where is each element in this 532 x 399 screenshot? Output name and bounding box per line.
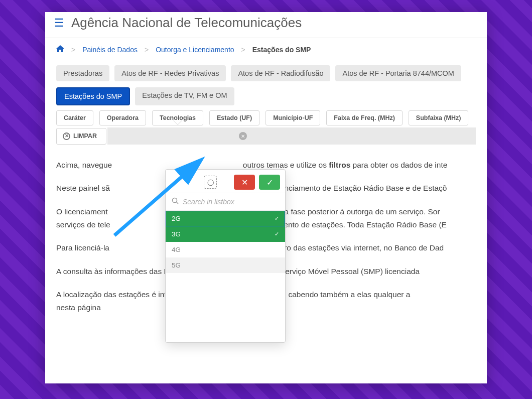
svg-point-0 — [173, 198, 177, 203]
close-circle-icon: ✕ — [63, 132, 70, 140]
search-icon — [172, 197, 179, 206]
chip-redes-privativas[interactable]: Atos de RF - Redes Privativas — [114, 65, 226, 81]
filter-carater[interactable]: Caráter — [56, 110, 93, 125]
filter-operadora[interactable]: Operadora — [99, 110, 146, 125]
page-header: ☰ Agência Nacional de Telecomunicações — [45, 12, 487, 38]
chip-portaria[interactable]: Atos de RF - Portaria 8744/MCOM — [335, 65, 461, 81]
search-input[interactable] — [183, 198, 279, 206]
check-icon: ✓ — [275, 215, 279, 222]
browser-content-frame: ☰ Agência Nacional de Telecomunicações >… — [45, 12, 487, 383]
cancel-button[interactable]: ✕ — [234, 175, 255, 190]
page-title: Agência Nacional de Telecomunicações — [71, 15, 302, 31]
breadcrumb-link[interactable]: Painéis de Dados — [82, 46, 138, 54]
filter-subfaixa[interactable]: Subfaixa (MHz) — [409, 110, 469, 125]
action-bar: ✕ LIMPAR ✕ — [45, 125, 487, 145]
chip-estacoes-smp[interactable]: Estações do SMP — [56, 87, 130, 105]
home-icon[interactable] — [56, 45, 64, 54]
chip-radiodifusao[interactable]: Atos de RF - Radiodifusão — [231, 65, 330, 81]
breadcrumb-sep: > — [145, 46, 149, 54]
breadcrumb: > Painéis de Dados > Outorga e Licenciam… — [45, 38, 487, 61]
chip-estacoes-tv[interactable]: Estações de TV, FM e OM — [135, 87, 234, 105]
dropdown-item-3g[interactable]: 3G ✓ — [166, 226, 285, 242]
svg-line-1 — [177, 202, 179, 204]
filter-municipio[interactable]: Município-UF — [265, 110, 320, 125]
apply-button[interactable]: ✓ — [259, 175, 280, 190]
dropdown-toolbar: ◯ ✕ ✓ — [166, 170, 285, 193]
clear-applied-icon[interactable]: ✕ — [239, 132, 247, 140]
filter-tecnologias[interactable]: Tecnologias — [152, 110, 203, 125]
dropdown-list: 2G ✓ 3G ✓ 4G 5G — [166, 211, 285, 273]
breadcrumb-sep: > — [71, 46, 75, 54]
filter-bar: Caráter Operadora Tecnologias Estado (UF… — [45, 107, 487, 125]
tecnologias-dropdown: ◯ ✕ ✓ 2G ✓ 3G ✓ 4G 5G — [165, 169, 286, 343]
dropdown-item-5g[interactable]: 5G — [166, 257, 285, 273]
breadcrumb-link[interactable]: Outorga e Licenciamento — [156, 46, 234, 54]
dropdown-item-4g[interactable]: 4G — [166, 242, 285, 257]
breadcrumb-sep: > — [241, 46, 245, 54]
dropdown-item-2g[interactable]: 2G ✓ — [166, 211, 285, 226]
clear-label: LIMPAR — [73, 132, 97, 140]
select-all-icon[interactable]: ◯ — [204, 176, 217, 189]
check-icon: ✓ — [275, 231, 279, 237]
topic-chips-row2: Estações do SMP Estações de TV, FM e OM — [45, 83, 487, 107]
menu-icon[interactable]: ☰ — [54, 17, 64, 30]
dropdown-search — [166, 193, 285, 211]
applied-filters-strip: ✕ — [107, 127, 476, 145]
breadcrumb-current: Estações do SMP — [252, 46, 311, 54]
topic-chips: Prestadoras Atos de RF - Redes Privativa… — [45, 61, 487, 83]
clear-button[interactable]: ✕ LIMPAR — [56, 128, 106, 145]
filter-estado[interactable]: Estado (UF) — [209, 110, 259, 125]
filter-faixa[interactable]: Faixa de Freq. (MHz) — [326, 110, 403, 125]
chip-prestadoras[interactable]: Prestadoras — [56, 65, 109, 81]
